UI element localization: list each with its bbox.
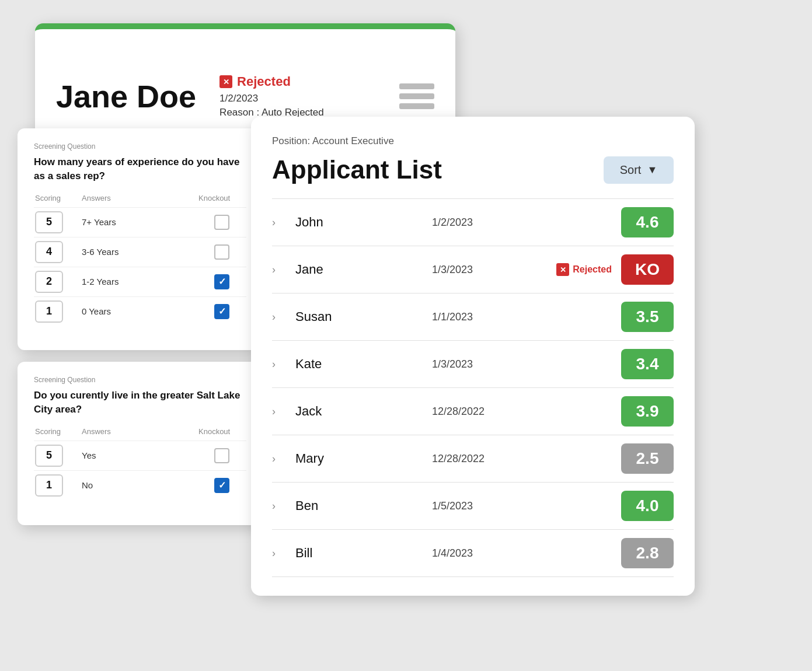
applicant-name: Jane (295, 262, 427, 277)
table-row[interactable]: › Kate 1/3/2023 3.4 (272, 340, 674, 387)
applicant-date: 1/3/2023 (432, 358, 537, 371)
jane-doe-date: 1/2/2023 (219, 93, 376, 104)
row-expand-icon[interactable]: › (272, 406, 291, 418)
row-expand-icon[interactable]: › (272, 311, 291, 323)
row-expand-icon[interactable]: › (272, 216, 291, 229)
knockout-cell[interactable] (198, 274, 245, 289)
screening-header-2: Scoring Answers Knockout (34, 427, 246, 436)
table-row[interactable]: › John 1/2/2023 4.6 (272, 198, 674, 246)
score-badge: 2.5 (621, 443, 674, 474)
applicant-name: Susan (295, 309, 427, 324)
knockout-cell[interactable] (198, 478, 245, 493)
row-right: 4.0 (542, 491, 674, 521)
row-expand-icon[interactable]: › (272, 500, 291, 512)
row-right: 2.8 (542, 538, 674, 568)
answer-text: 3-6 Years (82, 247, 198, 257)
score-box: 2 (35, 271, 63, 293)
score-box: 5 (35, 211, 63, 233)
table-row[interactable]: › Susan 1/1/2023 3.5 (272, 293, 674, 340)
answer-text: Yes (82, 450, 198, 460)
table-row[interactable]: › Jane 1/3/2023 ✕ Rejected KO (272, 246, 674, 293)
score-badge: 3.4 (621, 349, 674, 379)
row-right: 2.5 (542, 443, 674, 474)
header-answers-2: Answers (82, 427, 198, 436)
score-badge: 4.0 (621, 491, 674, 521)
applicant-date: 1/3/2023 (432, 264, 537, 276)
row-expand-icon[interactable]: › (272, 453, 291, 465)
applicant-name: Ben (295, 498, 427, 513)
applicant-date: 1/5/2023 (432, 500, 537, 512)
jane-doe-status-label: Rejected (237, 74, 291, 89)
list-item: 1 0 Years (34, 296, 246, 326)
screening-header-1: Scoring Answers Knockout (34, 194, 246, 202)
applicant-name: John (295, 215, 427, 230)
screening-label-1: Screening Question (34, 142, 246, 151)
answer-text: No (82, 480, 198, 490)
header-scoring-1: Scoring (35, 194, 82, 202)
applicant-date: 1/4/2023 (432, 547, 537, 560)
applicant-card: Position: Account Executive Applicant Li… (251, 117, 695, 596)
applicant-name: Mary (295, 451, 427, 466)
score-badge: 3.9 (621, 396, 674, 427)
answer-text: 1-2 Years (82, 277, 198, 286)
hamburger-menu-icon[interactable] (399, 83, 434, 109)
knockout-checkbox[interactable] (214, 478, 229, 493)
score-badge: 3.5 (621, 302, 674, 332)
row-expand-icon[interactable]: › (272, 358, 291, 371)
knockout-cell[interactable] (198, 304, 245, 319)
knockout-checkbox[interactable] (214, 274, 229, 289)
score-box: 5 (35, 445, 63, 467)
list-item: 5 Yes (34, 441, 246, 470)
knockout-checkbox[interactable] (214, 304, 229, 319)
rejected-icon: ✕ (219, 75, 232, 88)
list-item: 1 No (34, 470, 246, 500)
header-knockout-1: Knockout (198, 194, 245, 202)
applicant-date: 1/1/2023 (432, 311, 537, 323)
applicant-date: 12/28/2022 (432, 406, 537, 418)
applicant-header: Applicant List Sort ▼ (272, 155, 674, 184)
row-right: 4.6 (542, 207, 674, 237)
applicant-name: Jack (295, 404, 427, 419)
list-item: 5 7+ Years (34, 207, 246, 237)
applicant-title: Applicant List (272, 155, 442, 184)
rejected-label: Rejected (573, 264, 612, 275)
list-item: 2 1-2 Years (34, 267, 246, 296)
knockout-checkbox[interactable] (214, 244, 229, 260)
score-badge: 2.8 (621, 538, 674, 568)
score-box: 1 (35, 300, 63, 323)
applicant-date: 12/28/2022 (432, 453, 537, 465)
knockout-cell[interactable] (198, 448, 245, 463)
row-right: 3.5 (542, 302, 674, 332)
position-label: Position: Account Executive (272, 135, 674, 147)
table-row[interactable]: › Bill 1/4/2023 2.8 (272, 529, 674, 577)
jane-doe-name: Jane Doe (56, 78, 196, 114)
jane-doe-status: ✕ Rejected (219, 74, 376, 89)
knockout-cell[interactable] (198, 215, 245, 230)
screening-rows-2: 5 Yes 1 No (34, 441, 246, 500)
answer-text: 0 Years (82, 306, 198, 316)
table-row[interactable]: › Ben 1/5/2023 4.0 (272, 482, 674, 529)
row-expand-icon[interactable]: › (272, 547, 291, 560)
knockout-cell[interactable] (198, 244, 245, 260)
rejected-icon: ✕ (556, 263, 569, 276)
score-box: 1 (35, 474, 63, 497)
sort-label: Sort (620, 163, 642, 177)
row-right: 3.9 (542, 396, 674, 427)
screening-table-2: Scoring Answers Knockout 5 Yes 1 No (34, 427, 246, 500)
jane-doe-info: ✕ Rejected 1/2/2023 Reason : Auto Reject… (219, 74, 376, 118)
applicant-name: Bill (295, 546, 427, 561)
applicant-rows: › John 1/2/2023 4.6 › Jane 1/3/2023 ✕ Re… (272, 198, 674, 577)
table-row[interactable]: › Mary 12/28/2022 2.5 (272, 435, 674, 482)
header-scoring-2: Scoring (35, 427, 82, 436)
knockout-checkbox[interactable] (214, 448, 229, 463)
chevron-down-icon: ▼ (647, 164, 657, 176)
row-right: ✕ Rejected KO (542, 254, 674, 285)
applicant-name: Kate (295, 357, 427, 372)
screening-card-1: Screening Question How many years of exp… (18, 128, 263, 350)
row-expand-icon[interactable]: › (272, 264, 291, 276)
table-row[interactable]: › Jack 12/28/2022 3.9 (272, 387, 674, 435)
knockout-checkbox[interactable] (214, 215, 229, 230)
screening-rows-1: 5 7+ Years 4 3-6 Years 2 1-2 Years 1 0 Y… (34, 207, 246, 326)
score-badge: KO (621, 254, 674, 285)
sort-button[interactable]: Sort ▼ (604, 156, 674, 184)
